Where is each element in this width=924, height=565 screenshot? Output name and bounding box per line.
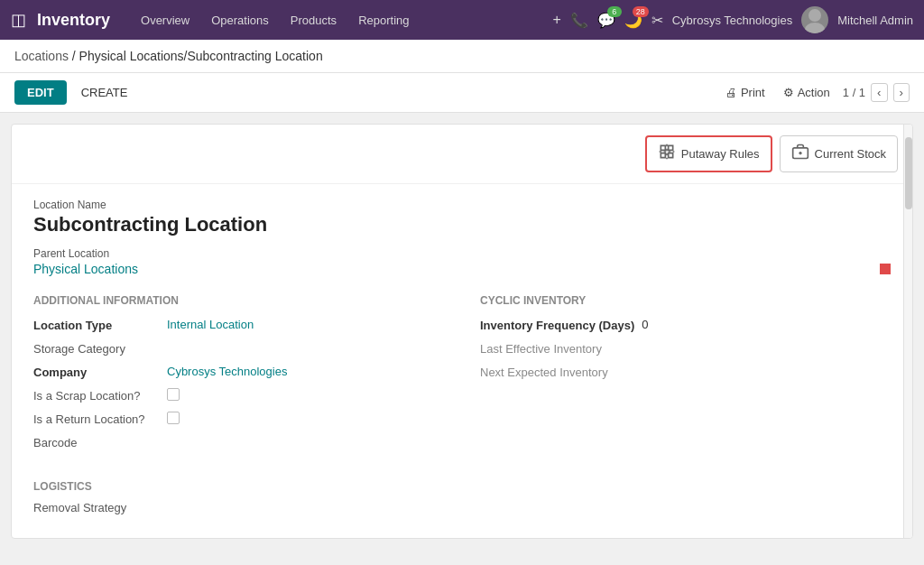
stock-icon (791, 143, 809, 165)
cyclic-inventory-section: Cyclic Inventory Inventory Frequency (Da… (480, 294, 891, 458)
inv-frequency-label: Inventory Frequency (Days) (480, 318, 634, 332)
company-row: Company Cybrosys Technologies (33, 365, 444, 379)
is-return-checkbox[interactable] (167, 412, 180, 424)
grid-icon[interactable]: ◫ (11, 10, 26, 30)
edit-button[interactable]: EDIT (14, 80, 67, 105)
parent-location-value[interactable]: Physical Locations (33, 262, 891, 276)
avatar[interactable] (801, 6, 828, 33)
putaway-rules-button[interactable]: Putaway Rules (645, 135, 772, 172)
scissors-icon[interactable]: ✂ (651, 12, 663, 29)
additional-info-title: Additional Information (33, 294, 444, 307)
breadcrumb-separator: / (72, 49, 79, 63)
create-button[interactable]: CREATE (74, 80, 135, 105)
next-expected-label: Next Expected Inventory (480, 365, 608, 379)
location-name-label: Location Name (33, 199, 891, 211)
company-value[interactable]: Cybrosys Technologies (167, 365, 287, 378)
is-scrap-label: Is a Scrap Location? (33, 388, 160, 403)
logistics-section: Logistics Removal Strategy (33, 480, 891, 514)
barcode-row: Barcode (33, 435, 444, 449)
inv-frequency-row: Inventory Frequency (Days) 0 (480, 318, 891, 332)
pager: 1 / 1 ‹ › (843, 83, 910, 102)
breadcrumb-current: Physical Locations/Subcontracting Locati… (79, 49, 323, 63)
user-name: Mitchell Admin (837, 14, 913, 27)
is-scrap-checkbox[interactable] (167, 388, 180, 401)
nav-products[interactable]: Products (282, 8, 346, 32)
chat-badge: 6 (607, 6, 622, 17)
is-return-row: Is a Return Location? (33, 412, 444, 426)
nav-overview[interactable]: Overview (132, 8, 199, 32)
next-expected-row: Next Expected Inventory (480, 365, 891, 379)
parent-location-label: Parent Location (33, 247, 891, 260)
barcode-label: Barcode (33, 435, 160, 449)
breadcrumb: Locations / Physical Locations/Subcontra… (0, 40, 924, 73)
top-menu: Overview Operations Products Reporting (132, 8, 545, 32)
nav-reporting[interactable]: Reporting (349, 8, 418, 32)
form-body: Location Name Subcontracting Location Pa… (12, 184, 912, 538)
app-title: Inventory (37, 11, 110, 30)
logistics-title: Logistics (33, 480, 891, 493)
location-type-row: Location Type Internal Location (33, 318, 444, 332)
nav-operations[interactable]: Operations (202, 8, 278, 32)
form-container: Putaway Rules Current Stock Location Nam… (11, 124, 913, 539)
storage-category-row: Storage Category (33, 341, 444, 356)
company-name: Cybrosys Technologies (672, 14, 792, 27)
toolbar: EDIT CREATE 🖨 Print ⚙ Action 1 / 1 ‹ › (0, 73, 924, 113)
inv-frequency-value: 0 (642, 318, 648, 331)
svg-point-1 (805, 23, 825, 33)
smart-buttons-row: Putaway Rules Current Stock (12, 125, 912, 184)
pager-next[interactable]: › (893, 83, 910, 102)
location-name-value: Subcontracting Location (33, 213, 891, 236)
breadcrumb-locations[interactable]: Locations (14, 49, 69, 63)
required-indicator (880, 264, 891, 274)
gear-icon: ⚙ (783, 86, 794, 99)
is-return-label: Is a Return Location? (33, 412, 160, 426)
print-icon: 🖨 (725, 86, 737, 99)
print-button[interactable]: 🖨 Print (720, 82, 771, 103)
company-label: Company (33, 365, 160, 379)
top-navigation: ◫ Inventory Overview Operations Products… (0, 0, 924, 40)
scrollbar-thumb[interactable] (905, 137, 912, 209)
chat-icon[interactable]: 💬 6 (597, 12, 615, 29)
storage-category-label: Storage Category (33, 341, 160, 356)
current-stock-label: Current Stock (815, 147, 886, 161)
svg-point-0 (808, 9, 821, 22)
putaway-rules-label: Putaway Rules (681, 147, 760, 161)
scrollbar-track[interactable] (903, 125, 912, 538)
putaway-icon (658, 143, 676, 165)
moon-icon[interactable]: 🌙 28 (624, 12, 642, 29)
action-button[interactable]: ⚙ Action (778, 82, 836, 103)
form-sections: Additional Information Location Type Int… (33, 294, 891, 458)
removal-strategy-row: Removal Strategy (33, 500, 891, 514)
is-scrap-row: Is a Scrap Location? (33, 388, 444, 403)
pager-prev[interactable]: ‹ (871, 83, 887, 102)
location-type-label: Location Type (33, 318, 160, 332)
phone-icon[interactable]: 📞 (570, 12, 588, 29)
additional-info-section: Additional Information Location Type Int… (33, 294, 444, 458)
current-stock-button[interactable]: Current Stock (780, 135, 898, 172)
removal-strategy-label: Removal Strategy (33, 500, 160, 514)
location-type-value[interactable]: Internal Location (167, 318, 254, 331)
cyclic-inventory-title: Cyclic Inventory (480, 294, 891, 307)
last-effective-label: Last Effective Inventory (480, 341, 606, 356)
moon-badge: 28 (633, 6, 649, 17)
topnav-actions: + 📞 💬 6 🌙 28 ✂ Cybrosys Technologies Mit… (552, 6, 913, 33)
last-effective-row: Last Effective Inventory (480, 341, 891, 356)
add-icon[interactable]: + (552, 12, 560, 28)
